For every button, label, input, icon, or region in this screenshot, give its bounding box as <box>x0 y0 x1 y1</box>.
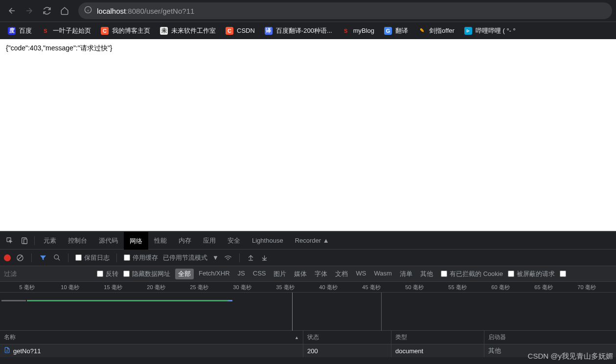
devtools-tab[interactable]: 源代码 <box>93 232 124 250</box>
svg-rect-1 <box>7 238 11 242</box>
devtools-tabs: 元素控制台源代码网络性能内存应用安全LighthouseRecorder ▲ <box>0 232 616 250</box>
url-text: localhost:8080/user/getNo?11 <box>97 7 194 15</box>
svg-point-5 <box>54 255 58 259</box>
blocked-cookies-checkbox[interactable]: 有已拦截的 Cookie <box>441 270 503 278</box>
page-content: {"code":403,"message":"请求过快"} <box>0 39 616 231</box>
forward-button[interactable] <box>22 3 37 19</box>
filter-type-button[interactable]: JS <box>235 269 248 279</box>
search-icon[interactable] <box>52 253 61 262</box>
filter-type-button[interactable]: Wasm <box>371 269 394 279</box>
filter-input[interactable] <box>4 270 92 277</box>
response-body: {"code":403,"message":"请求过快"} <box>6 44 112 52</box>
reload-button[interactable] <box>39 3 55 19</box>
record-button[interactable] <box>4 254 11 261</box>
bookmark-item[interactable]: ▹哔哩哔哩 ( °- ° <box>460 24 520 38</box>
network-toolbar: 保留日志 停用缓存 已停用节流模式 ▼ <box>0 250 616 266</box>
filter-type-button[interactable]: 字体 <box>312 269 330 279</box>
invert-checkbox[interactable]: 反转 <box>97 270 118 278</box>
chevron-down-icon[interactable]: ▼ <box>212 254 219 261</box>
extra-checkbox[interactable] <box>560 271 566 277</box>
column-status[interactable]: 状态 <box>303 331 391 344</box>
devtools-tab[interactable]: 安全 <box>222 232 246 250</box>
bookmark-item[interactable]: S一叶子起始页 <box>38 24 95 38</box>
bookmark-item[interactable]: 译百度翻译-200种语... <box>261 24 336 38</box>
bookmarks-bar: 度百度S一叶子起始页C我的博客主页未未来软件工作室CCSDN译百度翻译-200种… <box>0 22 616 39</box>
home-button[interactable] <box>57 3 72 19</box>
address-bar[interactable]: localhost:8080/user/getNo?11 <box>78 2 612 19</box>
network-timeline[interactable]: 5 毫秒10 毫秒15 毫秒20 毫秒25 毫秒30 毫秒35 毫秒40 毫秒4… <box>0 282 616 331</box>
clear-button[interactable] <box>16 253 24 262</box>
browser-toolbar: localhost:8080/user/getNo?11 <box>0 0 616 22</box>
bookmark-item[interactable]: 度百度 <box>4 24 36 38</box>
filter-type-button[interactable]: WS <box>353 269 369 279</box>
filter-type-button[interactable]: 文档 <box>332 269 351 279</box>
filter-type-button[interactable]: CSS <box>250 269 269 279</box>
column-name[interactable]: 名称▲ <box>0 331 303 344</box>
back-button[interactable] <box>4 3 20 19</box>
bookmark-item[interactable]: G翻译 <box>380 24 412 38</box>
devtools-tab[interactable]: Recorder ▲ <box>289 232 335 250</box>
disable-cache-checkbox[interactable]: 停用缓存 <box>124 253 158 262</box>
devtools-panel: 元素控制台源代码网络性能内存应用安全LighthouseRecorder ▲ 保… <box>0 231 616 364</box>
svg-rect-3 <box>24 239 27 243</box>
throttling-select[interactable]: 已停用节流模式 <box>163 253 207 262</box>
bookmark-item[interactable]: CCSDN <box>222 24 259 37</box>
devtools-tab[interactable]: 内存 <box>173 232 197 250</box>
bookmark-item[interactable]: C我的博客主页 <box>97 24 154 38</box>
request-initiator: 其他 <box>488 346 501 355</box>
preserve-log-checkbox[interactable]: 保留日志 <box>75 253 110 262</box>
filter-type-button[interactable]: 全部 <box>175 269 194 279</box>
column-initiator[interactable]: 启动器 <box>484 331 616 344</box>
hide-data-urls-checkbox[interactable]: 隐藏数据网址 <box>123 270 170 278</box>
blocked-requests-checkbox[interactable]: 被屏蔽的请求 <box>508 270 555 278</box>
request-status: 200 <box>307 347 318 355</box>
bookmark-item[interactable]: 未未来软件工作室 <box>156 24 220 38</box>
device-toggle-icon[interactable] <box>18 234 31 248</box>
network-table-header: 名称▲ 状态 类型 启动器 <box>0 331 616 344</box>
wifi-icon[interactable] <box>224 253 232 262</box>
filter-bar: 反转 隐藏数据网址 全部Fetch/XHRJSCSS图片媒体字体文档WSWasm… <box>0 266 616 282</box>
upload-icon[interactable] <box>247 253 255 262</box>
bookmark-item[interactable]: SmyBlog <box>338 24 378 37</box>
column-type[interactable]: 类型 <box>391 331 484 344</box>
devtools-tab[interactable]: 控制台 <box>62 232 93 250</box>
devtools-tab[interactable]: 元素 <box>38 232 62 250</box>
devtools-tab[interactable]: 网络 <box>124 232 148 250</box>
filter-type-button[interactable]: Fetch/XHR <box>196 269 233 279</box>
filter-type-button[interactable]: 清单 <box>397 269 415 279</box>
filter-type-button[interactable]: 其他 <box>417 269 436 279</box>
download-icon[interactable] <box>260 253 269 262</box>
request-name: getNo?11 <box>13 347 41 355</box>
devtools-tab[interactable]: 应用 <box>197 232 222 250</box>
devtools-tab[interactable]: 性能 <box>148 232 173 250</box>
filter-icon[interactable] <box>39 253 47 262</box>
request-type: document <box>395 347 423 355</box>
filter-type-button[interactable]: 图片 <box>271 269 289 279</box>
network-request-row[interactable]: getNo?11 200 document 其他 <box>0 344 616 357</box>
document-icon <box>4 347 10 355</box>
filter-type-button[interactable]: 媒体 <box>291 269 310 279</box>
site-info-icon[interactable] <box>84 6 92 16</box>
bookmark-item[interactable]: ✎剑指offer <box>414 24 458 38</box>
inspect-icon[interactable] <box>3 234 17 248</box>
devtools-tab[interactable]: Lighthouse <box>246 232 289 250</box>
